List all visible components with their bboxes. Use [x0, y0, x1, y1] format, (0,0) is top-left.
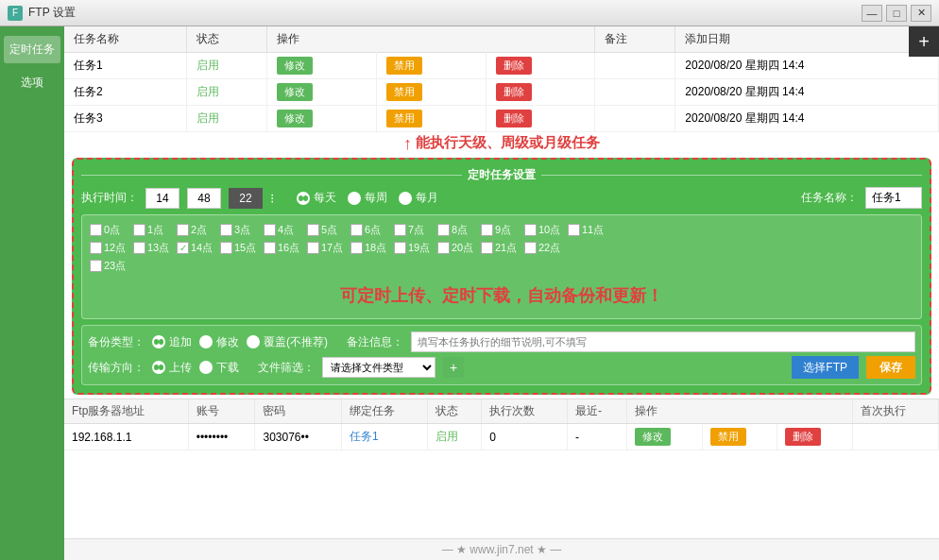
- tip-text: 能执行天级、周级或月级任务: [416, 134, 600, 152]
- hours-row-1: 0点 1点 2点 3点 4点 5点 6点 7点 8点 9点 10点 11点: [90, 223, 913, 237]
- close-button[interactable]: ✕: [911, 5, 931, 22]
- hour-checkbox-9[interactable]: [481, 224, 493, 236]
- ftp-col-last: 最近-: [568, 399, 627, 424]
- delete-button[interactable]: 删除: [496, 83, 532, 101]
- col-add-date: 添加日期: [675, 26, 939, 53]
- hour-checkbox-17[interactable]: [307, 242, 319, 254]
- col-operation: 操作: [267, 26, 595, 53]
- hour-checkbox-10[interactable]: [524, 224, 537, 236]
- backup-modify-radio[interactable]: 修改: [199, 334, 239, 350]
- hour-item-19: 19点: [394, 241, 434, 255]
- ftp-table-area: Ftp服务器地址 账号 密码 绑定任务 状态 执行次数 最近- 操作 首次执行 …: [64, 399, 939, 538]
- time-radio-row: 执行时间： ⁝ 每天 每周 每月: [81, 187, 922, 209]
- select-ftp-button[interactable]: 选择FTP: [792, 356, 859, 379]
- hour-item-4: 4点: [264, 223, 303, 237]
- hour-checkbox-4[interactable]: [264, 224, 276, 236]
- header-line-left: [81, 175, 462, 176]
- maximize-button[interactable]: □: [886, 5, 907, 22]
- settings-section-header: 定时任务设置: [81, 167, 922, 183]
- hour-checkbox-23[interactable]: [90, 260, 102, 272]
- hour-checkbox-5[interactable]: [307, 224, 319, 236]
- download-radio[interactable]: 下载: [199, 360, 239, 376]
- hour-checkbox-3[interactable]: [220, 224, 232, 236]
- file-filter-select[interactable]: 请选择文件类型: [322, 357, 435, 378]
- radio-weekly[interactable]: 每周: [348, 190, 387, 206]
- disable-button[interactable]: 禁用: [386, 110, 422, 127]
- hour-checkbox-8[interactable]: [437, 224, 450, 236]
- ftp-delete-button[interactable]: 删除: [785, 428, 821, 446]
- task-delete-cell: 删除: [486, 53, 595, 79]
- hour-checkbox-19[interactable]: [394, 242, 406, 254]
- hour-checkbox-6[interactable]: [350, 224, 363, 236]
- hour-item-7: 7点: [394, 223, 434, 237]
- disable-button[interactable]: 禁用: [386, 57, 422, 75]
- hour-checkbox-12[interactable]: [90, 242, 102, 254]
- backup-cover-radio[interactable]: 覆盖(不推荐): [247, 334, 328, 350]
- add-task-button[interactable]: +: [909, 26, 939, 57]
- time-minute-input[interactable]: [187, 188, 221, 209]
- hour-checkbox-11[interactable]: [568, 224, 580, 236]
- ftp-disable-cell: 禁用: [702, 424, 777, 450]
- modify-button[interactable]: 修改: [277, 57, 313, 75]
- hour-checkbox-1[interactable]: [133, 224, 145, 236]
- window-title: FTP 设置: [28, 5, 76, 21]
- hour-item-18: 18点: [350, 241, 390, 255]
- task-status-cell: 启用: [187, 79, 267, 106]
- hour-checkbox-20[interactable]: [437, 242, 450, 254]
- hour-item-22: 22点: [524, 241, 564, 255]
- radio-monthly[interactable]: 每月: [399, 190, 438, 206]
- hour-checkbox-22[interactable]: [524, 242, 537, 254]
- sidebar-item-scheduled-tasks[interactable]: 定时任务: [4, 36, 60, 63]
- minimize-button[interactable]: —: [862, 5, 882, 22]
- hour-checkbox-18[interactable]: [350, 242, 363, 254]
- hour-checkbox-0[interactable]: [90, 224, 102, 236]
- add-filter-button[interactable]: +: [443, 357, 464, 378]
- time-spin-icon[interactable]: ⁝: [270, 191, 274, 206]
- content-area: 任务名称 状态 操作 备注 添加日期 任务1 启用 修改 禁用 删除: [64, 26, 939, 560]
- ftp-disable-button[interactable]: 禁用: [710, 428, 746, 446]
- hour-checkbox-15[interactable]: [220, 242, 232, 254]
- backup-append-radio[interactable]: 追加: [152, 334, 192, 350]
- save-button[interactable]: 保存: [866, 356, 915, 379]
- delete-button[interactable]: 删除: [496, 57, 532, 75]
- backup-type-label: 备份类型：: [88, 334, 145, 350]
- delete-button[interactable]: 删除: [496, 110, 532, 127]
- time-second-input[interactable]: [229, 188, 263, 209]
- hour-item-5: 5点: [307, 223, 347, 237]
- sidebar-item-options[interactable]: 选项: [4, 69, 60, 96]
- hour-checkbox-14[interactable]: [177, 242, 189, 254]
- disable-button[interactable]: 禁用: [386, 83, 422, 101]
- hour-checkbox-21[interactable]: [481, 242, 493, 254]
- task-delete-cell: 删除: [486, 106, 595, 132]
- table-row: 任务2 启用 修改 禁用 删除 2020/08/20 星期四 14:4: [64, 79, 939, 106]
- modify-button[interactable]: 修改: [277, 83, 313, 101]
- task-disable-cell: 禁用: [377, 79, 487, 106]
- hours-row-3: 23点: [90, 259, 913, 273]
- ftp-col-exec-count: 执行次数: [482, 399, 568, 424]
- task-note-cell: [595, 79, 675, 106]
- task-date-cell: 2020/08/20 星期四 14:4: [675, 79, 939, 106]
- backup-note-input[interactable]: [411, 331, 915, 352]
- time-label: 执行时间：: [81, 190, 138, 206]
- hour-checkbox-2[interactable]: [177, 224, 189, 236]
- time-hour-input[interactable]: [145, 188, 179, 209]
- task-name-value: 任务1: [865, 187, 922, 209]
- modify-button[interactable]: 修改: [277, 110, 313, 127]
- radio-daily-circle: [297, 192, 310, 205]
- hour-item-23: 23点: [90, 259, 129, 273]
- ftp-first-exec-cell: [853, 424, 939, 450]
- backup-append-circle: [152, 335, 165, 348]
- transfer-row: 传输方向： 上传 下载 文件筛选： 请选择文件类型 + 选择F: [88, 356, 915, 379]
- ftp-modify-button[interactable]: 修改: [635, 428, 671, 446]
- task-disable-cell: 禁用: [377, 106, 487, 132]
- settings-panel: 定时任务设置 执行时间： ⁝ 每天 每周: [72, 158, 931, 395]
- hour-checkbox-7[interactable]: [394, 224, 406, 236]
- hour-checkbox-13[interactable]: [133, 242, 145, 254]
- ftp-delete-cell: 删除: [777, 424, 853, 450]
- hour-checkbox-16[interactable]: [264, 242, 276, 254]
- tip-area: ↑ 能执行天级、周级或月级任务: [64, 132, 939, 154]
- radio-daily[interactable]: 每天: [297, 190, 336, 206]
- hour-item-17: 17点: [307, 241, 347, 255]
- ftp-task-link[interactable]: 任务1: [350, 430, 379, 443]
- upload-radio[interactable]: 上传: [152, 360, 192, 376]
